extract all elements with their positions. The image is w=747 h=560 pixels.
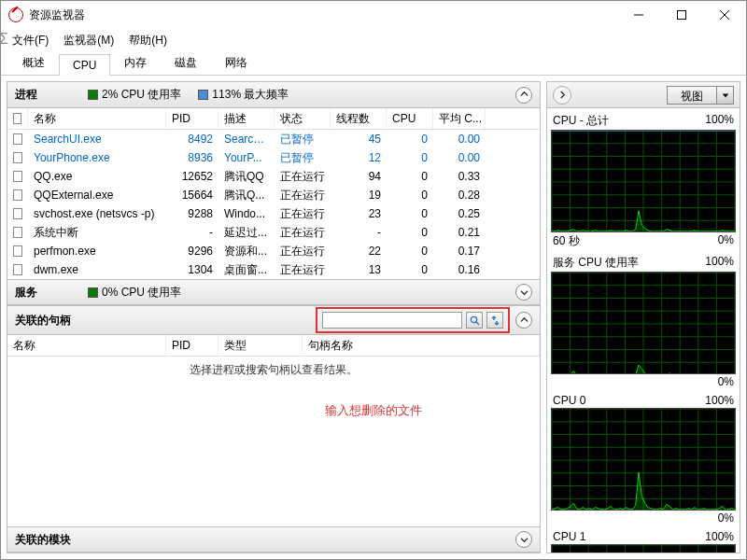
chart: CPU 1100%0%	[551, 529, 736, 553]
process-row[interactable]: dwm.exe1304桌面窗...正在运行1300.16	[7, 260, 540, 279]
cell-desc: 桌面窗...	[218, 259, 275, 280]
charts-container[interactable]: CPU - 总计100%60 秒0%服务 CPU 使用率100%0%CPU 01…	[547, 108, 740, 553]
process-rows[interactable]: SearchUI.exe8492Search...已暂停4500.00YourP…	[7, 130, 540, 279]
col-cpu[interactable]: CPU	[387, 108, 433, 129]
tab-memory[interactable]: 内存	[110, 50, 161, 75]
view-label: 视图	[668, 87, 716, 104]
cell-desc: Search...	[218, 130, 275, 148]
cell-cpu: 0	[387, 186, 433, 204]
modules-header[interactable]: 关联的模块	[7, 526, 540, 553]
cell-status: 正在运行	[275, 259, 331, 280]
handles-empty-msg: 选择进程或搜索句柄以查看结果。	[7, 357, 540, 384]
search-highlight	[316, 307, 510, 333]
process-row[interactable]: perfmon.exe9296资源和...正在运行2200.17	[7, 242, 540, 260]
row-checkbox[interactable]	[13, 189, 22, 201]
tab-overview[interactable]: 概述	[8, 50, 59, 75]
col-pid[interactable]: PID	[166, 108, 218, 129]
cell-pid: 8492	[166, 130, 218, 148]
maximize-button[interactable]	[660, 1, 703, 29]
row-checkbox[interactable]	[13, 171, 22, 182]
tab-network[interactable]: 网络	[211, 50, 261, 75]
collapse-handles-button[interactable]	[515, 312, 532, 329]
menu-file[interactable]: 文件(F)	[7, 31, 54, 50]
menubar: Σ 文件(F) 监视器(M) 帮助(H)	[1, 29, 746, 51]
checkbox-icon[interactable]	[13, 113, 21, 124]
row-checkbox[interactable]	[13, 227, 22, 238]
chart-max: 100%	[705, 113, 734, 129]
cell-pid: 8936	[166, 148, 218, 167]
cell-threads: 94	[331, 167, 387, 186]
col-desc[interactable]: 描述	[218, 108, 275, 129]
cell-name: dwm.exe	[28, 260, 166, 279]
handle-search-input[interactable]	[322, 312, 462, 329]
hcol-name[interactable]: 名称	[7, 335, 166, 356]
left-pane: 进程 2% CPU 使用率 113% 最大频率 名称 PID 描述 状态 线程数…	[7, 81, 541, 553]
services-cpu-chip: 0% CPU 使用率	[88, 285, 181, 301]
cell-threads: 13	[331, 260, 387, 279]
collapse-processes-button[interactable]	[515, 87, 532, 104]
chart-title: 服务 CPU 使用率	[553, 255, 639, 271]
cell-name: QQ.exe	[28, 167, 166, 186]
cell-avg: 0.28	[433, 186, 486, 204]
hcol-pid[interactable]: PID	[166, 335, 218, 356]
tab-disk[interactable]: 磁盘	[161, 50, 211, 75]
col-threads[interactable]: 线程数	[331, 108, 387, 129]
col-avg[interactable]: 平均 C...	[433, 108, 486, 129]
process-row[interactable]: YourPhone.exe8936YourP...已暂停1200.00	[7, 148, 540, 167]
row-checkbox[interactable]	[13, 152, 22, 163]
menu-help[interactable]: 帮助(H)	[123, 31, 173, 50]
cell-cpu: 0	[387, 204, 433, 223]
process-row[interactable]: svchost.exe (netsvcs -p)9288Windo...正在运行…	[7, 204, 540, 223]
chart: CPU - 总计100%60 秒0%	[551, 112, 736, 250]
svg-marker-6	[722, 93, 727, 97]
app-window: 资源监视器 Σ 文件(F) 监视器(M) 帮助(H) 概述 CPU 内存 磁盘 …	[0, 0, 747, 560]
refresh-button[interactable]	[486, 312, 503, 329]
process-row[interactable]: SearchUI.exe8492Search...已暂停4500.00	[7, 130, 540, 148]
chart-canvas	[551, 544, 736, 553]
cell-name: SearchUI.exe	[28, 130, 166, 148]
process-row[interactable]: QQ.exe12652腾讯QQ正在运行9400.33	[7, 167, 540, 186]
row-checkbox[interactable]	[13, 208, 22, 219]
row-checkbox[interactable]	[13, 245, 22, 257]
blue-square-icon	[198, 90, 208, 100]
row-checkbox[interactable]	[13, 264, 22, 275]
chart-canvas	[551, 272, 736, 374]
svg-point-4	[471, 316, 476, 322]
process-row[interactable]: QQExternal.exe15664腾讯Q...正在运行1900.28	[7, 186, 540, 204]
modules-title: 关联的模块	[15, 532, 71, 548]
hcol-hname[interactable]: 句柄名称	[303, 335, 540, 356]
expand-services-button[interactable]	[515, 284, 532, 301]
search-button[interactable]	[466, 312, 483, 329]
chart-max: 100%	[705, 255, 734, 271]
tab-cpu[interactable]: CPU	[59, 54, 110, 76]
close-button[interactable]	[703, 1, 746, 29]
col-status[interactable]: 状态	[275, 108, 331, 129]
tabbar: 概述 CPU 内存 磁盘 网络	[1, 51, 746, 76]
hcol-type[interactable]: 类型	[218, 335, 303, 356]
processes-header[interactable]: 进程 2% CPU 使用率 113% 最大频率	[7, 82, 540, 108]
cell-cpu: 0	[387, 148, 433, 167]
col-check[interactable]	[7, 108, 28, 129]
expand-modules-button[interactable]	[515, 531, 532, 548]
cell-desc: YourP...	[218, 148, 275, 167]
chart-bottom-right: 0%	[718, 375, 734, 388]
services-header[interactable]: 服务 0% CPU 使用率	[7, 279, 540, 305]
process-row[interactable]: 系统中断-延迟过...正在运行-00.21	[7, 223, 540, 242]
chart-max: 100%	[705, 394, 734, 407]
cell-avg: 0.25	[433, 204, 486, 223]
col-name[interactable]: 名称	[28, 108, 166, 129]
nav-right-button[interactable]	[553, 86, 571, 105]
handles-body: 名称 PID 类型 句柄名称 选择进程或搜索句柄以查看结果。 输入想删除的文件	[7, 335, 540, 526]
cell-avg: 0.16	[433, 260, 486, 279]
chart-title: CPU 0	[553, 394, 585, 407]
minimize-button[interactable]	[617, 1, 660, 29]
handles-title: 关联的句柄	[15, 313, 71, 329]
chart-max: 100%	[705, 530, 734, 543]
cell-pid: -	[166, 223, 218, 242]
view-dropdown[interactable]: 视图	[667, 86, 734, 105]
menu-monitor[interactable]: 监视器(M)	[58, 31, 120, 50]
cell-threads: 23	[331, 204, 387, 223]
handles-header[interactable]: 关联的句柄	[7, 305, 540, 335]
cell-cpu: 0	[387, 223, 433, 242]
row-checkbox[interactable]	[13, 133, 22, 145]
